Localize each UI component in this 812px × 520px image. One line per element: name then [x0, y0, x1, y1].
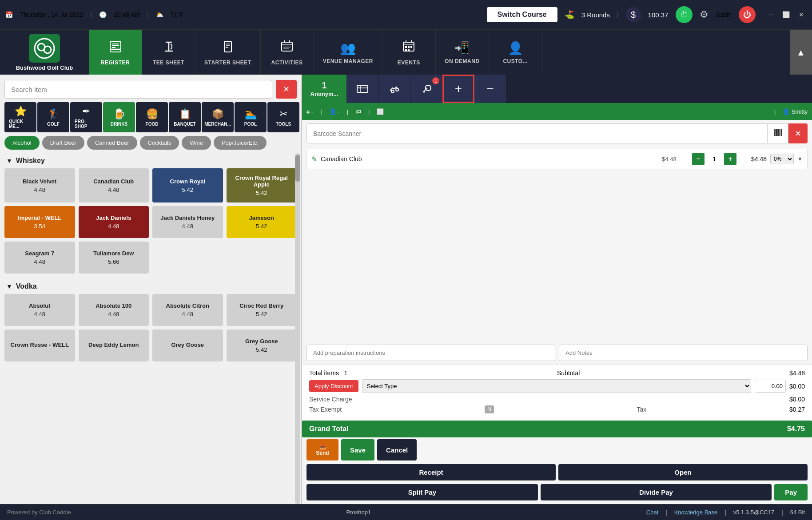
pay-button[interactable]: Pay [774, 484, 808, 500]
barcode-clear-button[interactable]: ✕ [788, 123, 808, 143]
cat-golf[interactable]: 🏌 GOLF [37, 102, 69, 132]
banquet-label: BANQUET [174, 122, 195, 127]
item-ciroc-red-berry[interactable]: Ciroc Red Berry 5.42 [227, 294, 297, 326]
switch-course-button[interactable]: Switch Course [487, 7, 557, 22]
nav-item-activities[interactable]: ACTIVITIES [261, 30, 314, 75]
minimize-button[interactable]: ─ [766, 10, 776, 19]
prep-instructions-input[interactable] [306, 345, 555, 361]
nav-item-starter-sheet[interactable]: STARTER SHEET [195, 30, 261, 75]
service-charge-label: Service Charge [309, 396, 352, 403]
key-icon-button[interactable]: 1 [410, 75, 442, 103]
handshake-icon-button[interactable] [378, 75, 410, 103]
item-canadian-club[interactable]: Canadian Club 4.48 [79, 168, 149, 202]
item-seagram-7[interactable]: Seagram 7 4.48 [4, 242, 75, 274]
cat-quick-menu[interactable]: ⭐ QUICK ME... [4, 102, 36, 132]
subcat-wine[interactable]: Wine [182, 136, 211, 150]
nav-label-customers: CUSTO... [503, 58, 528, 64]
restore-button[interactable]: ⬜ [780, 10, 792, 19]
bottom-actions: Receipt Open [302, 462, 812, 482]
topbar-clock-active[interactable]: ⏱ [676, 6, 693, 23]
cat-banquet[interactable]: 📋 BANQUET [169, 102, 201, 132]
item-crown-royal-apple[interactable]: Crown Royal Regal Apple 5.42 [227, 168, 297, 202]
item-absolute-100[interactable]: Absolute 100 4.48 [79, 294, 149, 326]
remove-tab-button[interactable]: − [474, 75, 506, 103]
receipt-button[interactable]: Receipt [306, 464, 556, 480]
close-button[interactable]: ✕ [796, 10, 807, 19]
nav-scroll-up[interactable]: ▲ [790, 30, 812, 75]
subcat-cocktails[interactable]: Cocktails [140, 136, 179, 150]
barcode-scan-button[interactable] [768, 123, 788, 143]
cat-pool[interactable]: 🏊 POOL [235, 102, 267, 132]
whiskey-section-header[interactable]: ▼ Whiskey [4, 153, 297, 168]
item-jack-daniels[interactable]: Jack Daniels 4.48 [79, 206, 149, 238]
scrollbar-track[interactable] [295, 153, 300, 504]
power-button[interactable]: ⏻ [739, 6, 756, 23]
chat-link[interactable]: Chat [646, 509, 658, 516]
active-tab[interactable]: 1 Anonym... [302, 75, 346, 103]
edit-item-icon[interactable]: ✎ [311, 155, 317, 163]
divide-pay-button[interactable]: Divide Pay [541, 484, 772, 500]
item-name: Canadian Club [93, 178, 134, 185]
item-tullamore-dew[interactable]: Tullamore Dew 5.66 [79, 242, 149, 274]
nav-item-customers[interactable]: 👤 CUSTO... [489, 30, 542, 75]
table-icon-button[interactable] [346, 75, 378, 103]
item-grey-goose-2[interactable]: Grey Goose 5.42 [227, 329, 297, 361]
apply-discount-button[interactable]: Apply Discount [309, 380, 358, 392]
quick-menu-label: QUICK ME... [9, 119, 32, 129]
nav-item-tee-sheet[interactable]: TEE SHEET [142, 30, 195, 75]
cat-drinks[interactable]: 🍺 DRINKS [103, 102, 135, 132]
discount-type-select[interactable]: Select Type [362, 379, 751, 393]
cat-pro-shop[interactable]: ✒ PRO-SHOP [70, 102, 102, 132]
nav-item-venue-manager[interactable]: 👥 VENUE MANAGER [314, 30, 382, 75]
split-pay-button[interactable]: Split Pay [306, 484, 538, 500]
nav-item-on-demand[interactable]: 📲 ON DEMAND [436, 30, 489, 75]
item-absolute-citron[interactable]: Absolute Citron 4.48 [152, 294, 223, 326]
item-name: Deep Eddy Lemon [88, 341, 139, 348]
cat-merchandise[interactable]: 📦 MERCHAN... [202, 102, 234, 132]
subcat-alcohol[interactable]: Alcohol [4, 136, 40, 150]
send-button[interactable]: 📤 Send [306, 439, 338, 460]
discount-value-input[interactable] [755, 380, 786, 393]
vodka-section-header[interactable]: ▼ Vodka [4, 279, 297, 294]
barcode-input[interactable] [306, 123, 768, 143]
item-jack-daniels-honey[interactable]: Jack Daniels Honey 4.48 [152, 206, 223, 238]
qty-plus-button[interactable]: + [724, 153, 736, 165]
notes-input[interactable] [559, 345, 808, 361]
qty-minus-button[interactable]: − [692, 153, 705, 165]
item-deep-eddy[interactable]: Deep Eddy Lemon [79, 329, 149, 361]
cat-tools[interactable]: ✂ TOOLS [267, 102, 299, 132]
search-clear-button[interactable]: ✕ [276, 80, 297, 99]
scrollbar-thumb[interactable] [295, 155, 300, 182]
nav-item-events[interactable]: EVENTS [382, 30, 436, 75]
meta-table: ⬜ [377, 108, 384, 115]
item-imperial-well[interactable]: Imperial - WELL 3.54 [4, 206, 75, 238]
item-price: 4.48 [34, 258, 45, 265]
item-jameson[interactable]: Jameson 5.42 [227, 206, 297, 238]
golf-label: GOLF [47, 122, 60, 127]
item-crown-russe[interactable]: Crown Russe - WELL [4, 329, 75, 361]
subcat-pop-juice[interactable]: Pop/Juice/Etc. [214, 136, 267, 150]
knowledge-base-link[interactable]: Knowledge Base [674, 509, 718, 516]
subcat-draft-beer[interactable]: Draft Beer [42, 136, 84, 150]
item-grey-goose-1[interactable]: Grey Goose [152, 329, 223, 361]
svg-point-2 [44, 46, 51, 53]
order-item-total: $4.48 [740, 155, 767, 163]
tax-rate-select[interactable]: 0% 5% 10% [770, 154, 794, 164]
cat-food[interactable]: 🍔 FOOD [136, 102, 168, 132]
window-controls: ─ ⬜ ✕ [766, 10, 807, 19]
svg-rect-36 [777, 129, 778, 136]
item-crown-royal[interactable]: Crown Royal 5.42 [152, 168, 223, 202]
search-input[interactable] [4, 80, 272, 99]
add-tab-button[interactable]: + [442, 75, 474, 103]
item-price: 3.54 [34, 223, 45, 230]
save-button[interactable]: Save [341, 439, 374, 460]
open-button[interactable]: Open [558, 464, 808, 480]
item-absolut[interactable]: Absolut 4.48 [4, 294, 75, 326]
main-content: ✕ ⭐ QUICK ME... 🏌 GOLF ✒ PRO-SHOP 🍺 DRIN… [0, 75, 812, 504]
cancel-button[interactable]: Cancel [377, 439, 417, 460]
subcat-canned-beer[interactable]: Canned Beer [87, 136, 137, 150]
nav-item-register[interactable]: REGISTER [89, 30, 142, 75]
dropdown-arrow-icon: ▼ [797, 156, 803, 162]
item-black-velvet[interactable]: Black Velvet 4.48 [4, 168, 75, 202]
gear-icon[interactable]: ⚙ [700, 9, 709, 20]
